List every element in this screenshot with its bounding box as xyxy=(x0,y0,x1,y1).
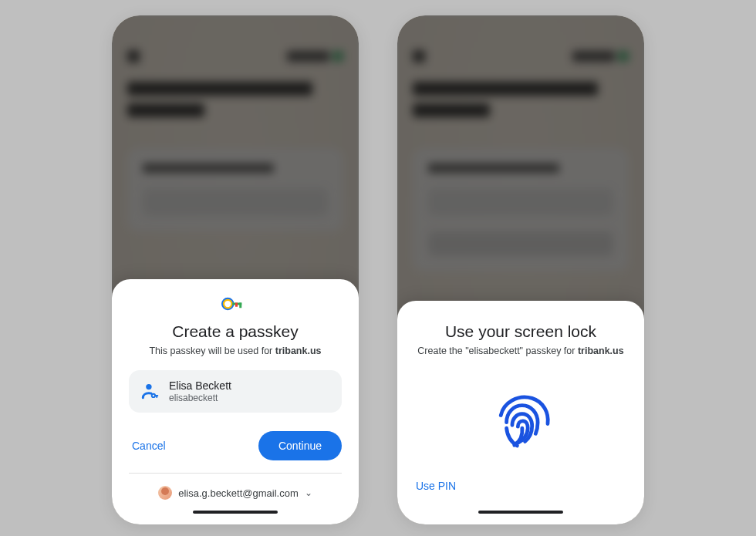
sheet-subtitle: Create the "elisabeckett" passkey for tr… xyxy=(414,346,627,356)
account-display-name: Elisa Beckett xyxy=(169,379,231,393)
sheet-subtitle-prefix: This passkey will be used for xyxy=(149,346,275,356)
svg-rect-4 xyxy=(235,302,238,306)
account-username: elisabeckett xyxy=(169,393,231,403)
home-indicator[interactable] xyxy=(193,511,278,514)
sheet-subtitle-prefix: Create the "elisabeckett" passkey for xyxy=(417,346,578,356)
avatar xyxy=(158,486,172,500)
continue-button[interactable]: Continue xyxy=(258,431,342,460)
sheet-domain: tribank.us xyxy=(275,346,322,356)
divider xyxy=(129,473,342,474)
sheet-domain: tribank.us xyxy=(578,346,624,356)
svg-point-5 xyxy=(146,384,151,389)
account-email: elisa.g.beckett@gmail.com xyxy=(178,487,299,499)
use-pin-button[interactable]: Use PIN xyxy=(414,475,457,506)
svg-point-1 xyxy=(224,300,232,308)
svg-rect-3 xyxy=(239,302,241,308)
account-text: Elisa Beckett elisabeckett xyxy=(169,379,231,403)
cancel-button[interactable]: Cancel xyxy=(129,433,169,458)
home-indicator[interactable] xyxy=(478,511,563,514)
sheet-subtitle: This passkey will be used for tribank.us xyxy=(129,346,342,356)
phone-right: Use your screen lock Create the "elisabe… xyxy=(397,15,644,524)
person-key-icon xyxy=(140,381,160,401)
bottom-sheet-create-passkey: Create a passkey This passkey will be us… xyxy=(112,279,359,524)
use-pin-row: Use PIN xyxy=(414,475,627,506)
account-switcher[interactable]: elisa.g.beckett@gmail.com ⌄ xyxy=(129,483,342,506)
chevron-down-icon: ⌄ xyxy=(305,487,312,498)
phone-left: Create a passkey This passkey will be us… xyxy=(112,15,359,524)
button-row: Cancel Continue xyxy=(129,431,342,460)
account-card[interactable]: Elisa Beckett elisabeckett xyxy=(129,370,342,413)
sheet-title: Use your screen lock xyxy=(414,322,627,341)
bottom-sheet-screen-lock: Use your screen lock Create the "elisabe… xyxy=(397,301,644,524)
fingerprint-icon[interactable] xyxy=(414,370,627,475)
sheet-title: Create a passkey xyxy=(129,322,342,341)
passkey-key-icon xyxy=(129,296,342,312)
